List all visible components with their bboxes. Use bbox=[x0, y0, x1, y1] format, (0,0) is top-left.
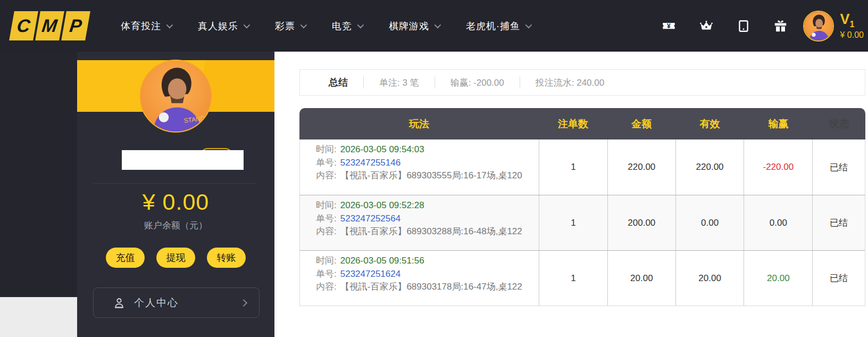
order-label: 单号: bbox=[316, 213, 337, 224]
menu-label: 彩票 bbox=[275, 20, 295, 32]
chevron-down-icon bbox=[357, 22, 364, 29]
bet-status-cell: 已结 bbox=[812, 251, 865, 306]
user-meta: V1 ¥ 0.00 bbox=[840, 12, 864, 40]
bet-order-number[interactable]: 523247255146 bbox=[340, 158, 400, 168]
header-winloss: 输赢 bbox=[744, 117, 813, 131]
main-content: 总结 单注: 3 笔 输赢: -200.00 投注流水: 240.00 玩法 注… bbox=[274, 52, 868, 337]
chevron-down-icon bbox=[525, 22, 532, 29]
order-label: 单号: bbox=[316, 269, 337, 279]
bet-details-cell: 时间:2026-03-05 09:52:28 单号:523247252564 内… bbox=[300, 195, 539, 250]
bet-content: 【視訊-百家乐】689303288局:16-48场,桌122 bbox=[340, 226, 522, 236]
logo-letter-box: P bbox=[61, 11, 90, 40]
account-balance-label: 账户余额（元） bbox=[77, 219, 274, 232]
summary-bar: 总结 单注: 3 笔 输赢: -200.00 投注流水: 240.00 bbox=[299, 69, 865, 96]
menu-item-sports[interactable]: 体育投注 bbox=[121, 20, 171, 32]
personal-center-link[interactable]: 个人中心 bbox=[93, 287, 260, 318]
bet-amount-cell: 220.00 bbox=[607, 139, 675, 195]
content-label: 内容: bbox=[316, 282, 337, 292]
chevron-down-icon bbox=[435, 22, 441, 29]
header-valid: 有效 bbox=[675, 117, 744, 131]
profile-sidebar: STANDARD ¥ 0.00 账户余额（元） 充值 提现 转账 个人中心 bbox=[77, 52, 274, 337]
svg-text:¥: ¥ bbox=[667, 22, 671, 30]
bet-records-table: 玩法 注单数 金额 有效 输赢 状态 时间:2026-03-05 09:54:0… bbox=[299, 108, 865, 306]
table-row: 时间:2026-03-05 09:51:56 单号:523247251624 内… bbox=[299, 250, 865, 306]
bet-time: 2026-03-05 09:52:28 bbox=[340, 200, 424, 210]
voucher-ticket-icon[interactable]: ¥ bbox=[662, 19, 677, 34]
main-menu: 体育投注 真人娱乐 彩票 电竞 棋牌游戏 老虎机·捕鱼 bbox=[121, 20, 530, 32]
menu-label: 电竞 bbox=[332, 20, 352, 32]
account-balance: ¥ 0.00 bbox=[77, 189, 274, 215]
user-avatar[interactable] bbox=[803, 11, 834, 42]
bet-valid-cell: 20.00 bbox=[675, 251, 744, 306]
header-count: 注单数 bbox=[539, 117, 607, 131]
table-body: 时间:2026-03-05 09:54:03 单号:523247255146 内… bbox=[299, 139, 865, 306]
transfer-button[interactable]: 转账 bbox=[207, 248, 246, 268]
bet-details-cell: 时间:2026-03-05 09:54:03 单号:523247255146 内… bbox=[300, 139, 539, 195]
summary-title: 总结 bbox=[329, 76, 348, 89]
bet-content: 【視訊-百家乐】689303178局:16-47场,桌122 bbox=[340, 282, 522, 292]
menu-label: 体育投注 bbox=[121, 20, 161, 32]
menu-item-slots-fishing[interactable]: 老虎机·捕鱼 bbox=[466, 20, 530, 32]
chevron-right-icon bbox=[240, 299, 247, 306]
mobile-app-icon[interactable] bbox=[736, 19, 751, 34]
gift-promo-icon[interactable] bbox=[773, 19, 788, 34]
bet-winloss-cell: -220.00 bbox=[744, 139, 812, 195]
time-label: 时间: bbox=[316, 144, 337, 154]
left-background-light bbox=[0, 297, 77, 337]
table-row: 时间:2026-03-05 09:52:28 单号:523247252564 内… bbox=[299, 195, 865, 250]
bet-status-cell: 已结 bbox=[812, 195, 865, 250]
menu-label: 老虎机·捕鱼 bbox=[466, 20, 520, 32]
bet-valid-cell: 0.00 bbox=[675, 195, 744, 250]
bet-valid-cell: 220.00 bbox=[675, 139, 744, 195]
bet-winloss-cell: 0.00 bbox=[744, 195, 812, 250]
chevron-down-icon bbox=[301, 22, 307, 29]
person-icon bbox=[113, 297, 126, 309]
logo-letter-box: C bbox=[9, 11, 38, 40]
withdraw-button[interactable]: 提现 bbox=[156, 248, 195, 268]
deposit-button[interactable]: 充值 bbox=[106, 248, 145, 268]
time-label: 时间: bbox=[316, 200, 337, 210]
top-navbar: C M P 体育投注 真人娱乐 彩票 电竞 棋牌游戏 老虎机·捕鱼 bbox=[0, 0, 868, 52]
username-censor-box bbox=[122, 150, 244, 170]
bet-details-cell: 时间:2026-03-05 09:51:56 单号:523247251624 内… bbox=[300, 251, 539, 306]
content-label: 内容: bbox=[316, 170, 337, 180]
header-status: 状态 bbox=[813, 117, 865, 131]
logo-letter-box: M bbox=[35, 11, 64, 40]
summary-bet-count: 单注: 3 笔 bbox=[379, 77, 419, 89]
menu-item-board-games[interactable]: 棋牌游戏 bbox=[389, 20, 439, 32]
chevron-down-icon bbox=[166, 22, 173, 29]
menu-item-lottery[interactable]: 彩票 bbox=[275, 20, 305, 32]
time-label: 时间: bbox=[316, 256, 337, 266]
bet-amount-cell: 20.00 bbox=[607, 251, 675, 306]
header-amount: 金额 bbox=[607, 117, 675, 131]
order-label: 单号: bbox=[316, 158, 337, 168]
navbar-balance: ¥ 0.00 bbox=[840, 30, 864, 40]
logo-letter: C bbox=[16, 15, 31, 36]
profile-avatar[interactable]: STANDARD bbox=[139, 60, 212, 133]
menu-item-esports[interactable]: 电竞 bbox=[332, 20, 362, 32]
menu-label: 真人娱乐 bbox=[198, 20, 238, 32]
crown-vip-icon[interactable] bbox=[699, 19, 714, 34]
table-header: 玩法 注单数 金额 有效 输赢 状态 bbox=[299, 108, 865, 139]
bet-time: 2026-03-05 09:51:56 bbox=[340, 256, 424, 266]
cmp-logo[interactable]: C M P bbox=[9, 11, 90, 40]
personal-center-label: 个人中心 bbox=[134, 296, 179, 310]
summary-winloss: 输赢: -200.00 bbox=[450, 77, 504, 89]
summary-separator bbox=[520, 77, 520, 88]
logo-letter: P bbox=[69, 15, 84, 36]
wallet-buttons: 充值 提现 转账 bbox=[77, 248, 274, 268]
chevron-down-icon bbox=[244, 22, 251, 29]
user-account-area[interactable]: V1 ¥ 0.00 bbox=[803, 11, 864, 42]
summary-separator bbox=[363, 77, 364, 88]
bet-count-cell: 1 bbox=[539, 195, 607, 250]
bet-content: 【視訊-百家乐】689303555局:16-17场,桌120 bbox=[340, 170, 522, 180]
bet-order-number[interactable]: 523247252564 bbox=[340, 213, 400, 224]
bet-winloss-cell: 20.00 bbox=[744, 251, 812, 306]
menu-item-live-casino[interactable]: 真人娱乐 bbox=[198, 20, 248, 32]
summary-turnover: 投注流水: 240.00 bbox=[536, 77, 604, 89]
summary-separator bbox=[435, 77, 435, 88]
left-background-dark bbox=[0, 52, 77, 297]
bet-order-number[interactable]: 523247251624 bbox=[340, 269, 400, 279]
menu-label: 棋牌游戏 bbox=[389, 20, 429, 32]
logo-letter: M bbox=[41, 15, 59, 36]
